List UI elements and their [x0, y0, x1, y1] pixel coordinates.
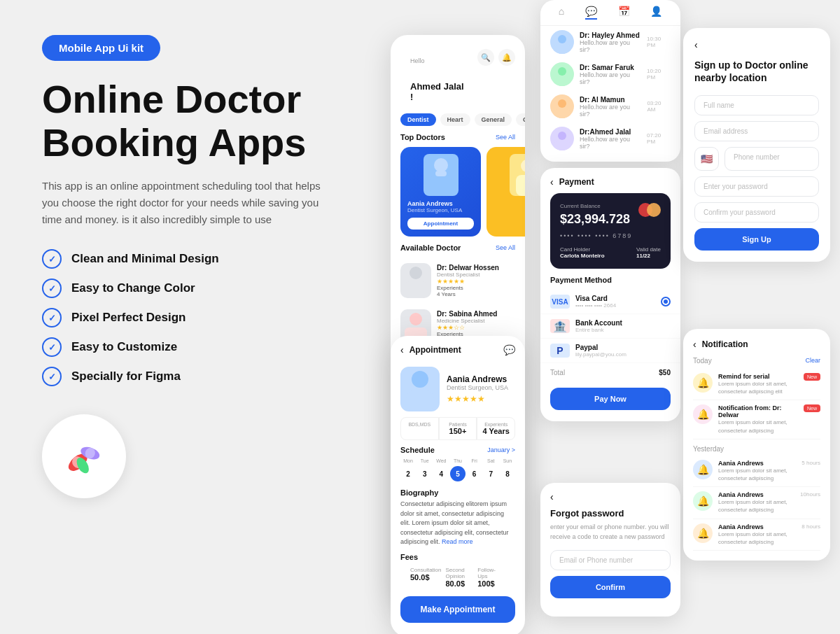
features-list: ✓Clean and Minimal Design✓Easy to Change…: [42, 249, 378, 386]
search-icon[interactable]: 🔍: [477, 49, 494, 66]
dentist-tab[interactable]: Dentist: [400, 113, 436, 126]
confirm-password-input[interactable]: Confirm your password: [694, 202, 819, 223]
flag-selector[interactable]: 🇺🇸: [694, 147, 719, 171]
description: This app is an online appointment schedu…: [42, 178, 336, 228]
notif-content-2: Notification from: Dr: Delwar Lorem ipsu…: [718, 404, 798, 434]
payment-visa[interactable]: VISA Visa Card •••• •••• •••• 2664: [540, 290, 680, 314]
appointment-btn[interactable]: Appointment: [407, 218, 474, 230]
chat-item-2[interactable]: Dr: Samar Faruk Hello.how are you sir? 1…: [540, 58, 680, 90]
chat-item-1[interactable]: Dr: Hayley Ahmed Hello.how are you sir? …: [540, 26, 680, 58]
notif-back-btn[interactable]: ‹: [693, 339, 696, 350]
email-input[interactable]: Email address: [694, 121, 819, 141]
see-all-doctors[interactable]: See All: [496, 134, 515, 141]
avail-img-1: [400, 263, 431, 298]
svg-point-16: [558, 35, 566, 43]
svg-rect-19: [554, 77, 570, 86]
chat-icon[interactable]: 💬: [503, 344, 515, 355]
phone-appointment: ‹ Appointment 💬 Aania Andrews Dentist Su…: [391, 336, 525, 634]
avail-info-1: Dr: Delwar Hossen Dentist Specialist ★★★…: [437, 264, 499, 297]
yesterday-label: Yesterday: [693, 445, 820, 453]
clear-btn[interactable]: Clear: [805, 357, 820, 365]
pay-now-btn[interactable]: Pay Now: [540, 388, 680, 410]
payment-method-title: Payment Method: [540, 276, 680, 290]
visa-icon: VISA: [550, 295, 570, 309]
visa-info: Visa Card •••• •••• •••• 2664: [575, 295, 616, 309]
user-name: Ahmed Jalal !: [400, 70, 477, 108]
doctor1-spec: Dentist Surgeon, USA: [407, 207, 474, 213]
payment-title: Payment: [559, 177, 594, 187]
read-more-link[interactable]: Read more: [442, 538, 473, 545]
signup-topbar: ‹: [694, 39, 819, 50]
fee-consultation: Consultation 50.0$: [410, 567, 441, 588]
confirm-btn[interactable]: Confirm: [550, 576, 671, 598]
stat-exp: Experients 4 Years: [477, 417, 515, 440]
feature-item: ✓Pixel Perfect Design: [42, 308, 378, 327]
schedule-header: Schedule January >: [391, 446, 525, 458]
fees-label: Fees: [400, 553, 515, 561]
chat-msg-icon[interactable]: 💬: [585, 6, 597, 20]
payment-bank[interactable]: 🏦 Bank Account Entire bank: [540, 314, 680, 339]
check-icon: ✓: [42, 367, 62, 386]
phone-signup: ‹ Sign up to Doctor online nearby locati…: [683, 28, 830, 262]
notif-content-5: Aania Andrews Lorem ipsum dolor sit amet…: [718, 523, 796, 546]
chat-cal-icon[interactable]: 📅: [618, 6, 630, 20]
doctor-card-2[interactable]: [486, 147, 525, 237]
today-header: Today Clear: [693, 357, 820, 365]
fees-row: Consultation 50.0$ Second Opinion 80.0$ …: [400, 567, 515, 588]
bell-icon[interactable]: 🔔: [498, 49, 515, 66]
signup-btn[interactable]: Sign Up: [694, 228, 819, 251]
password-input[interactable]: Enter your password: [694, 176, 819, 197]
heart-tab[interactable]: Heart: [440, 113, 470, 126]
fullname-input[interactable]: Full name: [694, 95, 819, 115]
payment-paypal[interactable]: P Paypal lily.paypal@you.com: [540, 339, 680, 363]
appt-doctor-info: Aania Andrews Dentist Surgeon, USA ★★★★★: [447, 374, 508, 404]
fees-section: Fees Consultation 50.0$ Second Opinion 8…: [391, 553, 525, 588]
notif-item-1[interactable]: 🔔 Remind for serial Lorem ipsum dolor si…: [693, 369, 820, 400]
svg-rect-6: [430, 175, 452, 196]
pill-image: [42, 414, 126, 498]
payment-topbar: ‹ Payment: [540, 168, 680, 193]
biography-text: Consectetur adipiscing elitorem ipsum do…: [400, 500, 515, 547]
visa-radio[interactable]: [661, 297, 671, 307]
notif-item-3[interactable]: 🔔 Aania Andrews Lorem ipsum dolor sit am…: [693, 456, 820, 487]
chat-profile-icon[interactable]: 👤: [650, 6, 662, 20]
signup-title: Sign up to Doctor online nearby location: [694, 59, 819, 84]
phone-input[interactable]: Phone number: [724, 147, 819, 171]
feature-item: ✓Easy to Change Color: [42, 279, 378, 298]
avail-doctor-1[interactable]: Dr: Delwar Hossen Dentist Specialist ★★★…: [391, 258, 525, 304]
payment-back-btn[interactable]: ‹: [550, 176, 554, 188]
chat-avatar-4: [550, 127, 574, 150]
svg-point-10: [410, 267, 422, 279]
general-tab[interactable]: General: [475, 113, 512, 126]
svg-rect-21: [554, 109, 570, 118]
appt-title: Appointment: [410, 345, 461, 355]
phone-notification: ‹ Notification Today Clear 🔔 Remind for …: [683, 329, 830, 561]
biography-label: Biography: [400, 488, 515, 497]
bank-icon: 🏦: [550, 319, 570, 333]
card-footer: Card Holder Carlota Monteiro Valid date …: [560, 246, 661, 259]
chat-item-3[interactable]: Dr: Al Mamun Hello.how are you sir? 03:2…: [540, 90, 680, 122]
notif-badge-1: New: [804, 373, 820, 381]
check-icon: ✓: [42, 279, 62, 298]
doctors-scroll: Aania Andrews Dentist Surgeon, USA Appoi…: [391, 147, 525, 237]
total-row: Total $50: [540, 363, 680, 382]
home-header: Hello Ahmed Jalal ! 🔍 🔔: [391, 35, 525, 113]
appt-back-btn[interactable]: ‹: [400, 344, 404, 355]
avail-doctors-header: Available Doctor See All: [391, 244, 525, 258]
notif-item-4[interactable]: 🔔 Aania Andrews Lorem ipsum dolor sit am…: [693, 487, 820, 519]
notif-item-5[interactable]: 🔔 Aania Andrews Lorem ipsum dolor sit am…: [693, 519, 820, 551]
make-appointment-btn[interactable]: Make Appointment: [400, 596, 515, 623]
chat-item-4[interactable]: Dr:Ahmed Jalal Hello.how are you sir? 07…: [540, 122, 680, 155]
see-all-avail[interactable]: See All: [496, 244, 515, 251]
notif-icon-1: 🔔: [693, 373, 713, 393]
chat-nav-bar: ⌂ 💬 📅 👤: [540, 0, 680, 26]
forgot-back-btn[interactable]: ‹: [550, 491, 554, 502]
left-section: Mobile App Ui kit Online Doctor Booking …: [42, 35, 378, 498]
doctor-card-1[interactable]: Aania Andrews Dentist Surgeon, USA Appoi…: [400, 147, 481, 237]
notif-item-2[interactable]: 🔔 Notification from: Dr: Delwar Lorem ip…: [693, 400, 820, 439]
forgot-email-input[interactable]: Email or Phone number: [550, 550, 671, 570]
svg-rect-17: [554, 45, 570, 54]
signup-back-btn[interactable]: ‹: [694, 39, 698, 50]
general2-tab[interactable]: Gener...: [516, 113, 525, 126]
chat-home-icon[interactable]: ⌂: [559, 6, 564, 20]
